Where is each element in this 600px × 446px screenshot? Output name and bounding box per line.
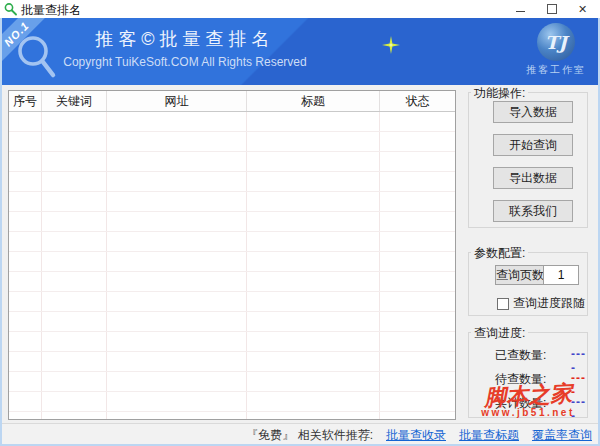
table-cell <box>9 192 42 211</box>
table-cell <box>9 332 42 351</box>
link-batch-title-check[interactable]: 批量查标题 <box>459 427 519 444</box>
table-cell <box>380 152 455 171</box>
table-cell <box>9 412 42 420</box>
table-cell <box>9 112 42 131</box>
table-cell <box>107 232 247 251</box>
table-cell <box>380 332 455 351</box>
table-cell <box>9 392 42 411</box>
maximize-icon <box>547 4 557 14</box>
column-header-url[interactable]: 网址 <box>107 91 247 111</box>
progress-group: 查询进度: 已查数量: ---- 待查数量: ---- 共计数量: ---- <box>468 332 588 418</box>
table-cell <box>247 332 380 351</box>
table-row <box>9 372 455 392</box>
actions-group: 功能操作: 导入数据 开始查询 导出数据 联系我们 <box>468 92 588 228</box>
table-row <box>9 412 455 420</box>
table-cell <box>380 312 455 331</box>
link-coverage-check[interactable]: 覆盖率查询 <box>532 427 592 444</box>
table-cell <box>9 352 42 371</box>
table-cell <box>380 192 455 211</box>
table-cell <box>42 292 107 311</box>
total-count-value: ---- <box>571 395 587 423</box>
statusbar: 『免费』 相关软件推荐: 批量查收录 批量查标题 覆盖率查询 <box>0 423 600 446</box>
table-cell <box>42 112 107 131</box>
link-batch-index-check[interactable]: 批量查收录 <box>386 427 446 444</box>
table-cell <box>9 212 42 231</box>
table-cell <box>42 232 107 251</box>
close-button[interactable]: ✕ <box>567 0 598 18</box>
table-cell <box>380 272 455 291</box>
table-cell <box>380 352 455 371</box>
table-cell <box>107 212 247 231</box>
table-row <box>9 352 455 372</box>
window-border-left <box>0 18 2 446</box>
table-row <box>9 152 455 172</box>
queried-count-label: 已查数量: <box>495 348 546 362</box>
table-cell <box>107 272 247 291</box>
table-cell <box>42 332 107 351</box>
table-row <box>9 272 455 292</box>
table-cell <box>380 212 455 231</box>
table-cell <box>9 232 42 251</box>
results-table: 序号 关键词 网址 标题 状态 <box>8 90 456 420</box>
queried-count-row: 已查数量: ---- <box>495 347 587 361</box>
table-cell <box>107 172 247 191</box>
app-window: 批量查排名 ✕ NO.1 推客©批量查排名 Copyrght TuiKeSoft… <box>0 0 600 446</box>
pending-count-row: 待查数量: ---- <box>495 371 587 385</box>
table-cell <box>247 292 380 311</box>
table-cell <box>380 392 455 411</box>
pending-count-label: 待查数量: <box>495 372 546 386</box>
logo-globe-icon: TJ <box>537 23 575 61</box>
table-cell <box>247 272 380 291</box>
app-magnifier-icon <box>4 2 17 20</box>
pages-count-field: 查询页数: <box>495 265 579 285</box>
table-cell <box>247 412 380 420</box>
table-cell <box>247 392 380 411</box>
start-query-button[interactable]: 开始查询 <box>493 134 573 156</box>
table-cell <box>247 232 380 251</box>
table-cell <box>380 252 455 271</box>
column-header-title[interactable]: 标题 <box>247 91 380 111</box>
sparkle-icon <box>382 36 400 58</box>
total-count-label: 共计数量: <box>495 396 546 410</box>
table-row <box>9 132 455 152</box>
table-cell <box>42 412 107 420</box>
total-count-row: 共计数量: ---- <box>495 395 587 409</box>
table-cell <box>247 192 380 211</box>
table-row <box>9 392 455 412</box>
table-cell <box>9 372 42 391</box>
import-data-button[interactable]: 导入数据 <box>493 101 573 123</box>
params-group: 参数配置: 查询页数: 查询进度跟随 <box>468 252 588 316</box>
table-row <box>9 212 455 232</box>
column-header-keyword[interactable]: 关键词 <box>42 91 107 111</box>
pages-count-input[interactable] <box>543 265 579 285</box>
column-header-index[interactable]: 序号 <box>9 91 42 111</box>
table-row <box>9 292 455 312</box>
table-cell <box>107 252 247 271</box>
minimize-button[interactable] <box>505 0 536 18</box>
progress-follow-checkbox[interactable] <box>497 298 509 310</box>
actions-legend: 功能操作: <box>471 85 528 102</box>
table-cell <box>107 312 247 331</box>
params-legend: 参数配置: <box>471 245 528 262</box>
table-cell <box>42 192 107 211</box>
table-cell <box>107 392 247 411</box>
maximize-button[interactable] <box>536 0 567 18</box>
progress-follow-row: 查询进度跟随 <box>497 295 585 312</box>
statusbar-prefix: 『免费』 相关软件推荐: <box>246 427 373 444</box>
table-header-row: 序号 关键词 网址 标题 状态 <box>9 91 455 112</box>
table-cell <box>107 152 247 171</box>
table-cell <box>107 192 247 211</box>
table-row <box>9 332 455 352</box>
table-cell <box>107 132 247 151</box>
table-cell <box>9 172 42 191</box>
contact-us-button[interactable]: 联系我们 <box>493 200 573 222</box>
pages-count-label: 查询页数: <box>495 265 543 285</box>
close-icon: ✕ <box>578 4 587 15</box>
column-header-status[interactable]: 状态 <box>380 91 455 111</box>
table-cell <box>380 172 455 191</box>
table-cell <box>9 152 42 171</box>
table-cell <box>9 252 42 271</box>
export-data-button[interactable]: 导出数据 <box>493 167 573 189</box>
minimize-icon <box>516 11 525 12</box>
table-cell <box>9 312 42 331</box>
